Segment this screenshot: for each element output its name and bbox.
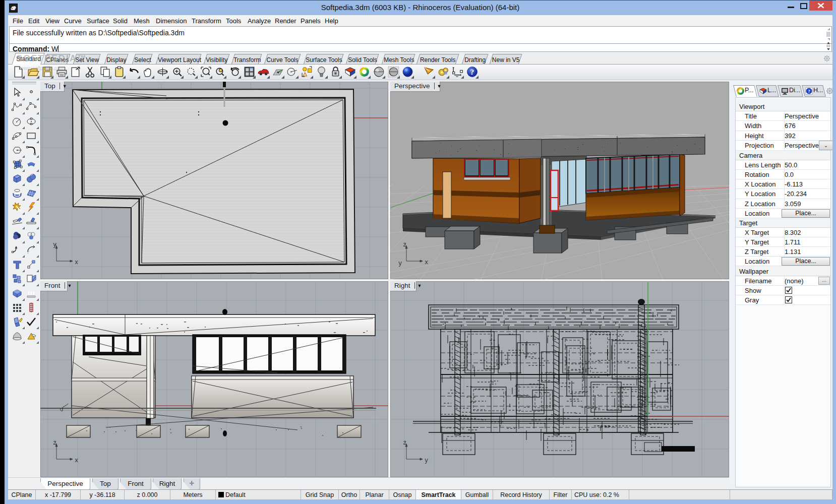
svg-text:x: x [75, 457, 78, 464]
svg-text:?: ? [470, 68, 474, 76]
svg-text:z: z [403, 241, 406, 248]
svg-text:y: y [398, 260, 402, 267]
svg-text:y: y [425, 457, 428, 464]
svg-text:z: z [53, 439, 56, 447]
svg-text:?: ? [808, 89, 810, 94]
svg-text:y: y [53, 241, 56, 248]
svg-text:z: z [403, 439, 406, 447]
svg-text:x: x [75, 259, 78, 266]
svg-text:x: x [425, 259, 428, 266]
